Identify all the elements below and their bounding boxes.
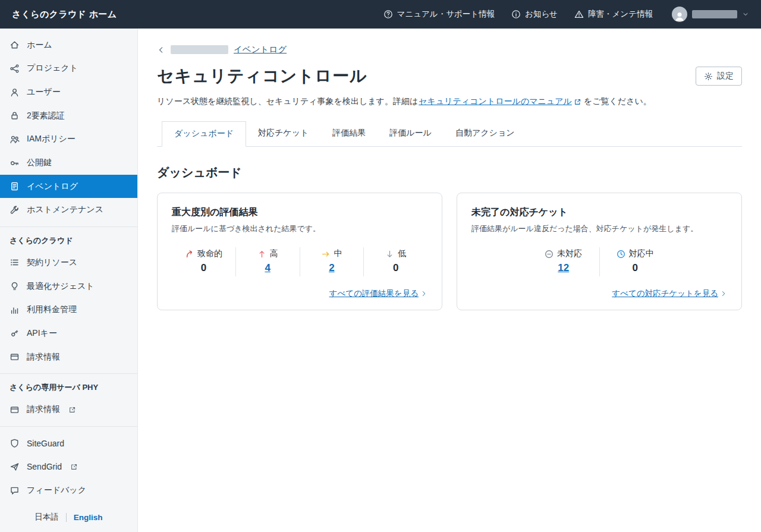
sidebar-item-usage-fees[interactable]: 利用料金管理 <box>0 298 137 322</box>
sidebar-item-optimization-suggest[interactable]: 最適化サジェスト <box>0 275 137 298</box>
sidebar-item-label: 請求情報 <box>27 404 60 415</box>
stat-value: 0 <box>393 262 398 274</box>
settings-button-label: 設定 <box>717 71 734 81</box>
stat-medium: 中 2 <box>300 247 364 276</box>
tab-dashboard[interactable]: ダッシュボード <box>162 121 246 147</box>
sidebar-item-event-log[interactable]: イベントログ <box>0 175 137 199</box>
paper-plane-icon <box>10 462 20 472</box>
breadcrumb-redacted <box>171 45 228 54</box>
sidebar-item-label: SendGrid <box>27 462 62 471</box>
question-circle-icon <box>383 10 393 19</box>
severity-results-card: 重大度別の評価結果 評価ルールに基づき検出された結果です。 致命的 0 高 <box>157 193 442 310</box>
see-all-results-link[interactable]: すべての評価結果を見る <box>329 288 419 299</box>
feedback-icon <box>10 486 20 496</box>
sidebar-item-iam-policy[interactable]: IAMポリシー <box>0 128 137 152</box>
description-text-suffix: をご覧ください。 <box>584 96 652 107</box>
lang-english[interactable]: English <box>74 513 103 522</box>
stat-value-link[interactable]: 12 <box>558 262 569 274</box>
chevron-left-icon[interactable] <box>157 46 165 54</box>
brand-title: さくらのクラウド ホーム <box>12 9 117 20</box>
sidebar-item-label: プロジェクト <box>27 63 78 74</box>
stat-label: 高 <box>270 248 278 259</box>
clock-icon <box>617 250 625 259</box>
iam-users-icon <box>10 134 20 144</box>
card-footer: すべての対応チケットを見る <box>471 288 727 299</box>
topbar-link-incident-info[interactable]: 障害・メンテ情報 <box>574 9 653 20</box>
sidebar-item-user[interactable]: ユーザー <box>0 80 137 104</box>
sidebar-item-label: イベントログ <box>27 181 78 192</box>
lock-icon <box>10 111 20 121</box>
topbar-link-label: 障害・メンテ情報 <box>588 9 653 20</box>
sidebar-item-host-maintenance[interactable]: ホストメンテナンス <box>0 198 137 222</box>
card-title: 重大度別の評価結果 <box>172 206 427 219</box>
chevron-down-icon <box>742 11 749 18</box>
sidebar-item-2fa[interactable]: 2要素認証 <box>0 104 137 128</box>
event-log-icon <box>10 181 20 191</box>
project-icon <box>10 64 20 74</box>
api-key-icon <box>10 328 20 338</box>
sidebar-item-label: 公開鍵 <box>27 158 52 168</box>
sidebar-item-contract-resources[interactable]: 契約リソース <box>0 251 137 275</box>
tab-evaluation-results[interactable]: 評価結果 <box>320 121 378 146</box>
stat-label: 致命的 <box>197 248 222 259</box>
key-icon <box>10 158 20 168</box>
sidebar-divider <box>0 426 137 427</box>
sidebar-item-public-key[interactable]: 公開鍵 <box>0 151 137 175</box>
stat-value-link[interactable]: 4 <box>265 262 270 274</box>
sidebar-item-billing-info-phy[interactable]: 請求情報 <box>0 398 137 421</box>
card-subtitle: 評価結果がルール違反だった場合、対応チケットが発生します。 <box>471 223 727 234</box>
topbar-link-label: お知らせ <box>525 9 558 20</box>
sidebar-item-feedback[interactable]: フィードバック <box>0 479 137 502</box>
sidebar-item-label: 利用料金管理 <box>27 304 77 315</box>
stat-critical: 致命的 0 <box>172 247 235 276</box>
gear-icon <box>704 72 713 81</box>
account-menu[interactable] <box>672 7 749 22</box>
sidebar-item-label: 契約リソース <box>27 257 77 268</box>
stat-label: 中 <box>334 248 342 259</box>
billing-card-icon <box>10 352 20 362</box>
chevron-right-icon <box>420 290 427 297</box>
sidebar-item-project[interactable]: プロジェクト <box>0 57 137 81</box>
page-description: リソース状態を継続監視し、セキュリティ事象を検出します。詳細はセキュリティコント… <box>157 96 742 107</box>
stat-value-link[interactable]: 2 <box>329 262 334 274</box>
tab-evaluation-rules[interactable]: 評価ルール <box>378 121 444 146</box>
see-all-tickets-link[interactable]: すべての対応チケットを見る <box>612 288 718 299</box>
account-name-redacted <box>692 10 737 18</box>
language-switcher: 日本語 English <box>0 502 137 532</box>
sidebar-section-phy: さくらの専用サーバ PHY <box>0 373 137 398</box>
manual-link[interactable]: セキュリティコントロールのマニュアル <box>419 96 572 107</box>
card-title: 未完了の対応チケット <box>471 206 727 219</box>
list-icon <box>10 257 20 267</box>
ticket-stats: 未対応 12 対応中 0 <box>528 247 671 276</box>
severity-stats: 致命的 0 高 4 中 <box>172 247 427 276</box>
stat-value: 0 <box>633 262 638 274</box>
tab-auto-actions[interactable]: 自動アクション <box>444 121 527 146</box>
info-circle-icon <box>511 10 521 19</box>
title-row: セキュリティコントロール 設定 <box>157 65 742 87</box>
stat-unhandled: 未対応 12 <box>528 247 599 276</box>
sidebar-item-label: ホストメンテナンス <box>27 204 103 215</box>
lang-japanese[interactable]: 日本語 <box>34 512 59 522</box>
topbar-link-manual-support[interactable]: マニュアル・サポート情報 <box>383 9 495 20</box>
tab-tickets[interactable]: 対応チケット <box>246 121 320 146</box>
dashboard-cards: 重大度別の評価結果 評価ルールに基づき検出された結果です。 致命的 0 高 <box>157 193 742 310</box>
sidebar-item-home[interactable]: ホーム <box>0 33 137 57</box>
description-text: リソース状態を継続監視し、セキュリティ事象を検出します。詳細は <box>157 96 418 107</box>
sidebar-item-sendgrid[interactable]: SendGrid <box>0 455 137 479</box>
stat-low: 低 0 <box>363 247 427 276</box>
sidebar-section-cloud: さくらのクラウド <box>0 226 137 251</box>
sidebar-item-siteguard[interactable]: SiteGuard <box>0 432 137 455</box>
breadcrumb-link-event-log[interactable]: イベントログ <box>234 44 287 55</box>
home-icon <box>10 40 20 50</box>
settings-button[interactable]: 設定 <box>696 67 742 86</box>
arrow-up-icon <box>257 250 266 259</box>
stat-label: 未対応 <box>557 248 582 259</box>
lightbulb-icon <box>10 281 20 291</box>
sidebar-item-label: SiteGuard <box>27 439 64 448</box>
sidebar-item-api-key[interactable]: APIキー <box>0 322 137 345</box>
sidebar-item-billing-info[interactable]: 請求情報 <box>0 345 137 369</box>
topbar-link-label: マニュアル・サポート情報 <box>397 9 495 20</box>
open-tickets-card: 未完了の対応チケット 評価結果がルール違反だった場合、対応チケットが発生します。… <box>457 193 742 310</box>
topbar-link-news[interactable]: お知らせ <box>511 9 558 20</box>
tabs: ダッシュボード 対応チケット 評価結果 評価ルール 自動アクション <box>157 121 742 147</box>
